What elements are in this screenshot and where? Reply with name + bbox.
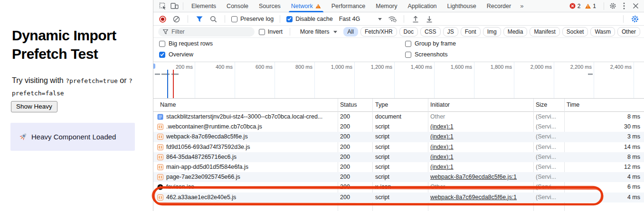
table-row[interactable]: webpack-8a7c69ecda8c5f6e.js200script(ind… bbox=[153, 132, 644, 142]
options-row-2: Overview Screenshots bbox=[153, 49, 644, 60]
table-row[interactable]: .webcontainer@runtime.cb7c0bca.js200scri… bbox=[153, 122, 644, 132]
overview-checkbox[interactable]: Overview bbox=[159, 51, 193, 58]
script-icon bbox=[157, 154, 163, 160]
filter-chip-media[interactable]: Media bbox=[503, 27, 528, 37]
throttling-select[interactable]: Fast 4G bbox=[336, 14, 384, 24]
tab-recorder[interactable]: Recorder bbox=[482, 0, 516, 12]
settings-gear-icon[interactable] bbox=[607, 1, 618, 11]
request-name-cell[interactable]: main-app-dd5d01d5f584e6fa.js bbox=[157, 162, 337, 172]
inspect-element-icon[interactable] bbox=[157, 1, 169, 11]
filter-chip-font[interactable]: Font bbox=[461, 27, 481, 37]
network-conditions-icon[interactable] bbox=[387, 14, 398, 24]
preserve-log-checkbox[interactable]: Preserve log bbox=[231, 16, 274, 22]
record-network-log-button[interactable] bbox=[157, 14, 168, 24]
column-header-initiator[interactable]: Initiator bbox=[430, 101, 450, 108]
column-header-type[interactable]: Type bbox=[375, 101, 388, 108]
timeline-gridline bbox=[634, 62, 634, 98]
search-icon[interactable] bbox=[208, 14, 218, 24]
more-tabs-button[interactable]: » bbox=[516, 2, 527, 9]
timeline-label: 1,000 ms bbox=[314, 64, 352, 70]
warning-badge[interactable]: 1 bbox=[585, 3, 596, 9]
initiator-link[interactable]: (index):1 bbox=[430, 154, 454, 160]
filter-divider bbox=[290, 28, 290, 36]
filter-chip-fetch-xhr[interactable]: Fetch/XHR bbox=[360, 27, 397, 37]
tab-sources[interactable]: Sources bbox=[254, 0, 286, 12]
request-size: (Servi... bbox=[536, 193, 563, 202]
request-name-cell[interactable]: stackblitzstarterstjnv2bui-stz4--3000--c… bbox=[157, 112, 337, 122]
big-request-rows-checkbox[interactable]: Big request rows bbox=[159, 40, 213, 47]
initiator-link[interactable]: (index):1 bbox=[430, 123, 454, 130]
group-by-frame-checkbox[interactable]: Group by frame bbox=[405, 40, 456, 47]
request-name-cell[interactable]: 462.a33aae1ec82e40e5.js bbox=[157, 193, 337, 202]
table-row[interactable]: 864-35da487265716ec6.js200script(index):… bbox=[153, 152, 644, 162]
disable-cache-checkbox[interactable]: Disable cache bbox=[286, 16, 333, 22]
tab-console[interactable]: Console bbox=[221, 0, 254, 12]
initiator-link[interactable]: webpack-8a7c69ecda8c5f6e.js:1 bbox=[430, 194, 517, 201]
more-filters-dropdown[interactable]: More filters bbox=[297, 27, 339, 37]
tab-memory[interactable]: Memory bbox=[370, 0, 402, 12]
checkbox-unchecked bbox=[405, 52, 411, 58]
filter-toggle-icon[interactable] bbox=[194, 14, 205, 24]
initiator-link[interactable]: (index):1 bbox=[430, 133, 454, 140]
import-har-icon[interactable] bbox=[410, 14, 421, 24]
filter-chip-socket[interactable]: Socket bbox=[562, 27, 588, 37]
request-type: script bbox=[375, 122, 426, 132]
table-row[interactable]: stackblitzstarterstjnv2bui-stz4--3000--c… bbox=[153, 112, 644, 122]
table-row-annotated[interactable]: 462.a33aae1ec82e40e5.js200scriptwebpack-… bbox=[153, 193, 644, 202]
network-settings-gear-icon[interactable] bbox=[630, 14, 640, 24]
tab-label: Memory bbox=[376, 3, 397, 9]
initiator-link[interactable]: (index):1 bbox=[430, 164, 454, 170]
initiator-link[interactable]: (index):1 bbox=[430, 144, 454, 150]
invert-checkbox[interactable]: Invert bbox=[259, 28, 283, 35]
export-har-icon[interactable] bbox=[424, 14, 435, 24]
table-row[interactable]: main-app-dd5d01d5f584e6fa.js200script(in… bbox=[153, 162, 644, 172]
checkbox-checked bbox=[286, 16, 293, 22]
table-row[interactable]: favicon.ico200x-iconOther(Servi...6 ms bbox=[153, 182, 644, 192]
tab-lighthouse[interactable]: Lighthouse bbox=[442, 0, 482, 12]
request-name-cell[interactable]: page-7ae23e0925745e66.js bbox=[157, 172, 337, 182]
request-name: main-app-dd5d01d5f584e6fa.js bbox=[166, 162, 248, 172]
kebab-menu-icon[interactable] bbox=[618, 1, 630, 11]
filter-chip-wasm[interactable]: Wasm bbox=[590, 27, 615, 37]
filter-input[interactable]: Filter bbox=[158, 27, 255, 37]
error-badge[interactable]: 2 bbox=[569, 3, 581, 9]
filter-chip-img[interactable]: Img bbox=[483, 27, 501, 37]
request-name-cell[interactable]: favicon.ico bbox=[157, 182, 337, 192]
script-icon bbox=[157, 134, 163, 140]
clear-network-log-button[interactable] bbox=[171, 14, 181, 24]
filter-chip-all[interactable]: All bbox=[343, 27, 358, 37]
filter-chip-doc[interactable]: Doc bbox=[399, 27, 418, 37]
request-time: 8 ms bbox=[597, 152, 640, 162]
tab-application[interactable]: Application bbox=[402, 0, 442, 12]
close-devtools-icon[interactable] bbox=[630, 1, 641, 11]
network-overview-timeline[interactable]: 200 ms400 ms600 ms800 ms1,000 ms1,200 ms… bbox=[153, 62, 644, 99]
column-header-status[interactable]: Status bbox=[340, 101, 357, 108]
screenshots-checkbox[interactable]: Screenshots bbox=[405, 51, 447, 58]
table-row[interactable]: fd9d1056-693ad74f37592d3e.js200script(in… bbox=[153, 142, 644, 152]
table-row[interactable]: page-7ae23e0925745e66.js200scriptwebpack… bbox=[153, 172, 644, 182]
request-name-cell[interactable]: .webcontainer@runtime.cb7c0bca.js bbox=[157, 122, 337, 132]
tab-elements[interactable]: Elements bbox=[186, 0, 221, 12]
filter-chip-css[interactable]: CSS bbox=[420, 27, 441, 37]
initiator-link[interactable]: webpack-8a7c69ecda8c5f6e.js:1 bbox=[430, 174, 517, 180]
tab-performance[interactable]: Performance bbox=[326, 0, 371, 12]
load-event-marker bbox=[173, 70, 174, 98]
request-name-cell[interactable]: webpack-8a7c69ecda8c5f6e.js bbox=[157, 132, 337, 142]
show-heavy-button[interactable]: Show Heavy bbox=[11, 101, 57, 112]
column-header-size[interactable]: Size bbox=[536, 101, 547, 108]
request-type: script bbox=[375, 142, 426, 152]
request-name-cell[interactable]: 864-35da487265716ec6.js bbox=[157, 152, 337, 162]
column-header-name[interactable]: Name bbox=[160, 101, 176, 108]
timeline-label: 2,000 ms bbox=[514, 64, 552, 70]
request-type: script bbox=[375, 152, 426, 162]
column-header-time[interactable]: Time bbox=[567, 101, 579, 108]
filter-chip-manifest[interactable]: Manifest bbox=[530, 27, 559, 37]
request-name: 462.a33aae1ec82e40e5.js bbox=[166, 193, 236, 202]
device-toolbar-icon[interactable] bbox=[169, 1, 180, 11]
filter-chip-js[interactable]: JS bbox=[443, 27, 458, 37]
request-time: 8 ms bbox=[597, 112, 640, 122]
timeline-label: 1,200 ms bbox=[354, 64, 392, 70]
tab-network[interactable]: Network bbox=[286, 0, 326, 12]
request-name-cell[interactable]: fd9d1056-693ad74f37592d3e.js bbox=[157, 142, 337, 152]
filter-chip-other[interactable]: Other bbox=[617, 27, 640, 37]
